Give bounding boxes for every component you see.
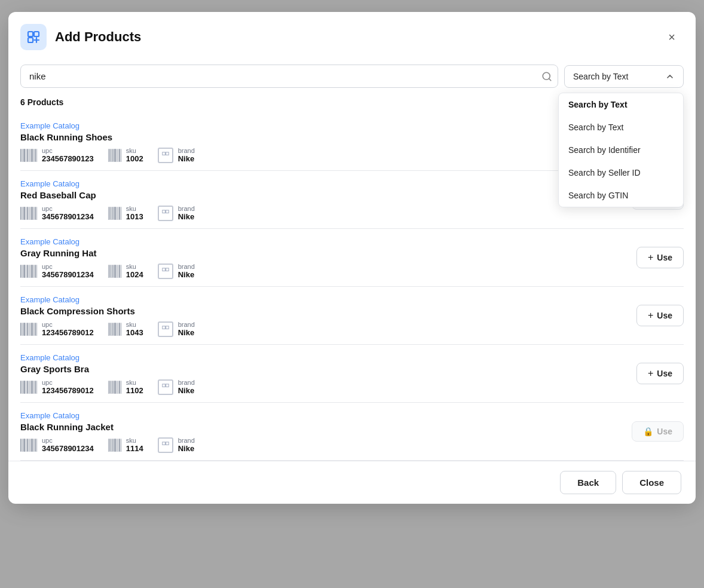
use-button[interactable]: + Use [636,247,684,268]
barcode-icon [20,439,37,452]
svg-rect-0 [28,32,33,36]
barcode-icon [20,381,37,394]
product-meta: upc 345678901234 sku 1013 [20,205,684,221]
sku-field-inner: sku 1013 [126,205,143,221]
product-item: Example Catalog Gray Sports Bra upc 1234… [20,345,684,403]
add-products-icon [26,30,41,44]
sku-value: 1102 [126,386,143,395]
use-label: Use [657,369,672,378]
dropdown-option-search-by-text[interactable]: Search by Text [559,93,683,116]
product-catalog: Example Catalog [20,295,684,304]
upc-field: upc 345678901234 [20,263,94,279]
sku-value: 1024 [126,270,143,279]
brand-field-inner: brand Nike [178,321,195,337]
sku-value: 1043 [126,328,143,337]
brand-label: brand [178,321,195,328]
svg-rect-13 [162,326,165,329]
upc-field-inner: upc 234567890123 [42,147,94,163]
svg-rect-1 [34,32,39,36]
upc-field-inner: upc 123456789012 [42,321,94,337]
svg-rect-11 [162,268,165,271]
dropdown-option-search-by-gtin[interactable]: Search by GTIN [559,184,683,207]
barcode-icon [20,149,37,162]
product-catalog: Example Catalog [20,237,684,246]
sku-barcode-icon [108,149,121,162]
modal-icon [20,24,47,50]
product-catalog: Example Catalog [20,353,684,362]
upc-field-inner: upc 345678901234 [42,437,94,453]
search-input-wrap [20,65,558,88]
brand-value: Nike [178,154,195,163]
upc-value: 123456789012 [42,328,94,337]
brand-field: brand Nike [158,437,195,453]
upc-value: 345678901234 [42,444,94,453]
close-button[interactable]: Close [622,471,681,494]
back-button[interactable]: Back [560,471,616,494]
product-meta: upc 123456789012 sku 1043 [20,321,684,337]
sku-label: sku [126,321,143,328]
sku-field-inner: sku 1114 [126,437,143,453]
brand-box-icon [161,151,170,160]
product-item: Example Catalog Black Compression Shorts… [20,287,684,345]
product-catalog: Example Catalog [20,411,684,420]
dropdown-option-search-by-identifier[interactable]: Search by Identifier [559,139,683,161]
sku-barcode-icon [108,207,121,220]
sku-field: sku 1002 [108,147,143,163]
lock-icon: 🔒 [643,427,653,436]
brand-field-inner: brand Nike [178,437,195,453]
dropdown-option-search-by-text-2[interactable]: Search by Text [559,116,683,139]
product-meta: upc 123456789012 sku 1102 [20,379,684,395]
brand-field-inner: brand Nike [178,263,195,279]
use-button[interactable]: + Use [636,363,684,384]
upc-value: 123456789012 [42,386,94,395]
product-item: Example Catalog Gray Running Hat upc 345… [20,229,684,287]
brand-icon [158,379,173,395]
brand-value: Nike [178,270,195,279]
product-name: Gray Running Hat [20,248,684,258]
brand-field-inner: brand Nike [178,205,195,221]
upc-field: upc 345678901234 [20,205,94,221]
modal-close-button[interactable]: × [662,27,681,47]
svg-rect-18 [166,442,169,445]
brand-label: brand [178,437,195,444]
product-item: Example Catalog Black Running Jacket upc… [20,403,684,461]
sku-value: 1002 [126,154,143,163]
sku-field: sku 1114 [108,437,143,453]
upc-label: upc [42,147,94,154]
dropdown-option-search-by-seller-id[interactable]: Search by Seller ID [559,161,683,184]
svg-rect-16 [166,384,169,387]
upc-field: upc 234567890123 [20,147,94,163]
sku-barcode-icon [108,265,121,278]
search-icon-button[interactable] [541,71,552,82]
add-products-modal: Add Products × Search by Text [8,12,696,504]
brand-icon [158,321,173,337]
brand-field: brand Nike [158,379,195,395]
modal-overlay: Add Products × Search by Text [0,0,704,588]
upc-label: upc [42,437,94,444]
brand-icon [158,264,173,279]
sku-field: sku 1102 [108,379,143,395]
sku-label: sku [126,147,143,154]
search-type-dropdown-menu: Search by Text Search by Text Search by … [558,93,684,207]
use-button[interactable]: + Use [636,305,684,326]
svg-rect-14 [166,326,169,329]
svg-rect-7 [162,152,165,155]
upc-label: upc [42,263,94,270]
sku-field-inner: sku 1043 [126,321,143,337]
brand-label: brand [178,263,195,270]
sku-barcode-icon [108,323,121,336]
search-type-dropdown[interactable]: Search by Text [564,65,684,88]
upc-field: upc 345678901234 [20,437,94,453]
svg-rect-2 [28,38,33,42]
search-input[interactable] [20,65,558,88]
use-label: Use [657,427,672,436]
upc-value: 345678901234 [42,270,94,279]
sku-barcode-icon [108,381,121,394]
brand-field-inner: brand Nike [178,379,195,395]
modal-footer: Back Close [8,461,696,504]
product-name: Black Running Jacket [20,422,684,432]
upc-field-inner: upc 345678901234 [42,205,94,221]
svg-rect-8 [166,152,169,155]
sku-barcode-icon [108,439,121,452]
brand-field: brand Nike [158,321,195,337]
